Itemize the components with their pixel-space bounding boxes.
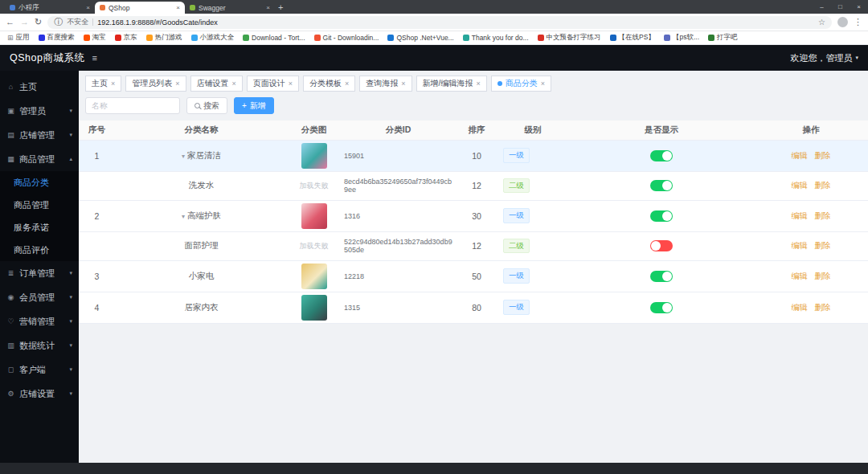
page-tab[interactable]: 店铺设置× [190,76,243,92]
page-tab[interactable]: 页面设计× [247,76,299,92]
category-name: 家居清洁 [187,150,221,160]
bookmark-favicon-icon [538,35,544,41]
page-tab-close-icon[interactable]: × [289,80,293,88]
browser-tab[interactable]: 小程序× [5,2,95,14]
address-bar[interactable]: ⓘ 不安全 192.168.1.9:8888/#/GoodsCate/index… [47,16,832,29]
tab-close-icon[interactable]: × [86,4,90,11]
bookmark-item[interactable]: Download - Tort... [243,34,305,42]
sidebar-item[interactable]: ♡营销管理▾ [0,309,79,333]
edit-link[interactable]: 编辑 [792,241,808,250]
menu-dots-icon[interactable]: ⋮ [854,18,862,27]
visibility-toggle[interactable] [650,180,673,191]
search-button[interactable]: 搜索 [186,97,227,114]
edit-link[interactable]: 编辑 [792,272,808,280]
minimize-button[interactable]: – [813,0,831,14]
category-table: 序号分类名称分类图分类ID排序级别是否显示操作 1▾家居清洁1590110一级编… [79,121,868,324]
visibility-toggle[interactable] [650,302,673,313]
sidebar-item[interactable]: ⌂主页 [0,75,79,99]
sidebar-subitem[interactable]: 商品管理 [0,194,79,216]
bookmark-item[interactable]: 打字吧 [708,33,738,43]
tab-close-icon[interactable]: × [266,4,270,11]
delete-link[interactable]: 删除 [815,181,831,190]
page-tab[interactable]: 主页× [85,76,121,92]
page-tab[interactable]: 查询海报× [359,76,411,92]
sidebar-subitem[interactable]: 服务承诺 [0,216,79,239]
forward-icon[interactable]: → [20,18,29,27]
bookmark-item[interactable]: 热门游戏 [146,33,182,43]
sidebar-item[interactable]: ⚙店铺设置▾ [0,382,79,406]
delete-link[interactable]: 删除 [815,241,831,250]
page-tab-close-icon[interactable]: × [476,80,480,88]
sidebar-item[interactable]: ◻客户端▾ [0,358,79,382]
bookmark-star-icon[interactable]: ☆ [818,18,825,27]
sidebar-item[interactable]: ≣订单管理▾ [0,261,79,285]
table-row: 面部护理加载失败522c94d80ed14b13b27add30db9505de… [79,231,868,260]
page-tab-close-icon[interactable]: × [111,80,115,88]
page-tab[interactable]: 新增/编辑海报× [416,76,487,92]
expand-icon[interactable]: ▾ [182,153,185,160]
maximize-button[interactable]: □ [831,0,850,14]
bookmark-item[interactable]: QShop .Net+Vue... [387,34,453,42]
category-name-cell: ▾高端护肤 [115,200,288,231]
tab-close-icon[interactable]: × [176,4,180,11]
sort-value: 50 [457,260,497,292]
page-tab[interactable]: 商品分类× [491,76,551,92]
visibility-toggle[interactable] [650,210,673,222]
new-tab-button[interactable]: + [278,2,283,14]
expand-icon[interactable]: ▾ [182,213,185,220]
window-close-button[interactable]: × [850,0,868,14]
bookmark-item[interactable]: 百度搜索 [39,33,75,43]
sidebar-collapse-icon[interactable]: ≡ [92,53,96,63]
add-button[interactable]: + 新增 [234,97,274,114]
sidebar-item[interactable]: ▣管理员▾ [0,99,79,123]
visibility-toggle[interactable] [650,240,673,251]
bookmark-item[interactable]: 小游戏大全 [191,33,235,43]
delete-link[interactable]: 删除 [815,151,831,160]
edit-link[interactable]: 编辑 [792,303,808,312]
back-icon[interactable]: ← [6,18,14,27]
search-input[interactable] [85,97,180,114]
page-tab[interactable]: 管理员列表× [125,76,186,92]
chevron-icon: ▴ [69,156,72,162]
visibility-toggle[interactable] [650,271,673,282]
sidebar-item[interactable]: ◉会员管理▾ [0,285,79,309]
profile-avatar[interactable] [837,17,848,27]
sidebar-item[interactable]: ▦商品管理▴ [0,147,79,171]
reload-icon[interactable]: ↻ [35,18,42,27]
bookmark-item[interactable]: 淘宝 [84,33,106,43]
browser-tab[interactable]: QShop× [95,2,185,14]
page-tab-close-icon[interactable]: × [401,80,405,88]
bookmark-item[interactable]: 中文预备打字练习 [538,33,601,43]
delete-link[interactable]: 删除 [815,211,831,220]
page-tab-close-icon[interactable]: × [345,80,349,88]
image-fail-text: 加载失败 [300,182,329,190]
visibility-toggle[interactable] [650,150,673,161]
toggle-knob [662,211,672,221]
bookmark-item[interactable]: ⊞应用 [7,33,30,43]
bookmark-item[interactable]: 【ps软... [664,33,699,43]
bookmark-item[interactable]: Thank you for do... [463,34,529,42]
page-tab-close-icon[interactable]: × [175,80,179,88]
category-name: 居家内衣 [185,302,219,312]
security-label: 不安全 [67,17,88,27]
page-tab-close-icon[interactable]: × [232,80,236,88]
sidebar-subitem[interactable]: 商品分类 [0,171,79,194]
edit-link[interactable]: 编辑 [792,151,808,160]
visibility-cell [569,231,754,260]
bookmark-label: 【在线PS】 [619,33,655,43]
sidebar-item[interactable]: ▥数据统计▾ [0,333,79,358]
page-tab-close-icon[interactable]: × [541,80,545,88]
page-tab[interactable]: 分类模板× [303,76,355,92]
edit-link[interactable]: 编辑 [792,181,808,190]
delete-link[interactable]: 删除 [815,303,831,312]
browser-tab[interactable]: Swagger× [185,2,275,14]
bookmark-item[interactable]: 【在线PS】 [610,33,655,43]
bookmark-item[interactable]: Git - Downloadin... [314,34,379,42]
bookmark-item[interactable]: 京东 [115,33,137,43]
delete-link[interactable]: 删除 [815,272,831,280]
info-icon[interactable]: ⓘ [54,18,63,27]
sidebar-subitem[interactable]: 商品评价 [0,239,79,261]
edit-link[interactable]: 编辑 [792,211,808,220]
welcome-menu[interactable]: 欢迎您，管理员 ▾ [790,52,858,64]
sidebar-item[interactable]: ▤店铺管理▾ [0,123,79,147]
